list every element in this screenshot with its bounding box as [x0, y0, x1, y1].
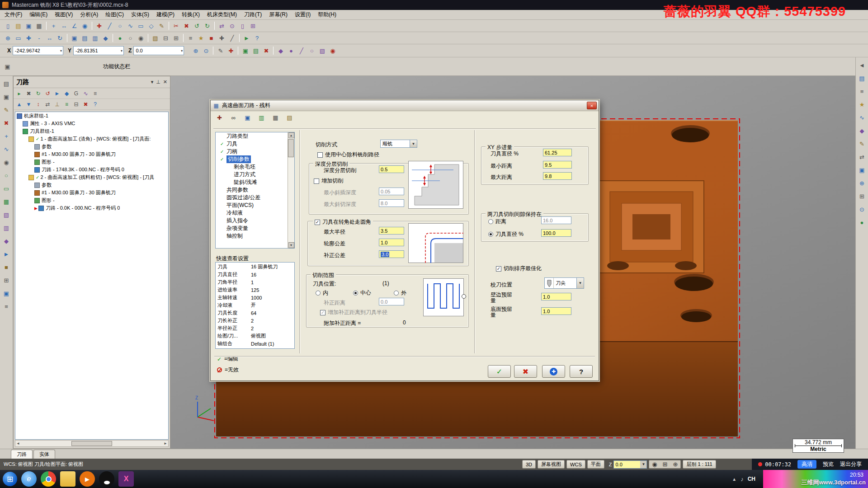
- menu-item-5[interactable]: 实体(S): [127, 9, 153, 20]
- close-panel-icon[interactable]: ✕: [163, 79, 167, 85]
- dialog-close-button[interactable]: ×: [587, 102, 597, 109]
- xform-array-icon[interactable]: ⊞: [248, 21, 258, 31]
- print-icon[interactable]: ▦: [34, 21, 44, 31]
- min-distance-field[interactable]: 9.5: [543, 161, 572, 169]
- tab-solids[interactable]: 实体: [33, 450, 55, 459]
- multiaxis-icon[interactable]: ◆: [1, 236, 11, 246]
- tray-volume-icon[interactable]: ♪: [741, 476, 744, 483]
- tray-expand-icon[interactable]: ▲: [732, 477, 736, 482]
- material-icon[interactable]: ▧: [151, 33, 160, 43]
- settings-icon[interactable]: ≡: [1, 301, 11, 311]
- menu-item-2[interactable]: 视图(V): [51, 9, 76, 20]
- toolpath-tree-item[interactable]: 图形 -: [15, 158, 168, 166]
- quick-mask-point-icon[interactable]: ●: [286, 46, 296, 56]
- scroll-thumb[interactable]: [288, 139, 294, 157]
- scroll-down-icon[interactable]: ▼: [288, 242, 294, 248]
- dialog-tree-item[interactable]: 轴控制: [216, 232, 294, 240]
- save-parameters-icon[interactable]: ▣: [243, 113, 252, 122]
- status-screen-view-button[interactable]: 屏幕视图: [538, 460, 565, 469]
- x-coord-input[interactable]: -242.96742▾: [13, 46, 63, 55]
- wireframe-icon[interactable]: ○: [126, 33, 135, 43]
- machine-sim-icon[interactable]: ►: [1, 249, 11, 259]
- create-circle-icon[interactable]: ○: [115, 21, 125, 31]
- dialog-tree-item[interactable]: ✓刀柄: [216, 148, 294, 155]
- fit-toggle-icon[interactable]: ⊕: [670, 460, 680, 469]
- z-depth-field[interactable]: 0.0▼: [613, 460, 647, 469]
- delete-operation-icon[interactable]: ✖: [81, 100, 90, 108]
- toggle-display-icon[interactable]: ≡: [62, 100, 71, 108]
- quick-mask-solid-icon[interactable]: ◉: [328, 46, 337, 56]
- status-3d-toggle[interactable]: 3D: [522, 460, 536, 469]
- help-icon[interactable]: ?: [252, 33, 262, 43]
- zoom-fit-icon[interactable]: ⊕: [3, 33, 13, 43]
- create-point-icon[interactable]: ✚: [94, 21, 104, 31]
- gnomon-toggle-icon[interactable]: ⊞: [660, 460, 670, 469]
- add-cut-checkbox[interactable]: 增加切削: [314, 177, 343, 185]
- collapse-panel-icon[interactable]: ◄: [857, 60, 867, 70]
- toolpath-tree-item[interactable]: #1 - M30.00 圆鼻刀 - 30 圆鼻铣刀: [15, 189, 168, 197]
- rotate-view-icon[interactable]: ↻: [55, 33, 65, 43]
- tip-comp-combo[interactable]: 刀尖 ▼: [544, 277, 584, 289]
- menu-item-11[interactable]: 设置(I): [291, 9, 314, 20]
- tab-toolpaths[interactable]: 刀路: [11, 450, 33, 459]
- horizontal-scrollbar[interactable]: ◄►: [15, 440, 169, 447]
- toolpath-tree-item[interactable]: ✓1 - 曲面高速加工 (清角) - [WCS: 俯视图] - [刀具面:: [15, 135, 168, 143]
- create-spline-icon[interactable]: ∿: [126, 21, 135, 31]
- menu-item-8[interactable]: 机床类型(M): [203, 9, 241, 20]
- run-addin-icon[interactable]: ►: [242, 33, 251, 43]
- chrome-icon[interactable]: [41, 471, 56, 487]
- face-icon[interactable]: ▦: [1, 197, 11, 206]
- drill-icon[interactable]: ◉: [1, 157, 11, 167]
- pin-icon[interactable]: ⊥: [156, 79, 160, 85]
- side-view-icon[interactable]: ▥: [90, 33, 100, 43]
- verify-icon[interactable]: ◆: [62, 89, 71, 98]
- quick-mask-line-icon[interactable]: ╱: [297, 46, 306, 56]
- analyze-angle-icon[interactable]: ∠: [70, 21, 79, 31]
- quick-mask-all-icon[interactable]: ◆: [276, 46, 285, 56]
- toolpath-tree-item[interactable]: 刀路 - 1748.3K - 000.NC - 程序号码 0: [15, 166, 168, 174]
- clipboard-icon[interactable]: ▤: [1, 79, 11, 89]
- depth-field[interactable]: 0.5: [379, 165, 404, 173]
- dialog-page-tree[interactable]: 刀路类型✓刀具✓刀柄✓切削参数剩余毛坯进刀方式陡斜/浅滩共同参数圆弧过滤/公差平…: [215, 132, 295, 249]
- center-path-checkbox[interactable]: 使用中心除料铣削路径: [317, 151, 379, 159]
- exit-share-button[interactable]: 退出分享: [840, 460, 862, 468]
- planes-icon[interactable]: ▤: [285, 113, 294, 122]
- dialog-tree-scrollbar[interactable]: ▲ ▼: [288, 132, 294, 248]
- regen-selected-icon[interactable]: ↻: [34, 89, 42, 98]
- curve-icon[interactable]: ∿: [1, 144, 11, 154]
- gap-pct-radio[interactable]: 刀具直径 %: [488, 230, 524, 238]
- snap-icon[interactable]: ⊙: [857, 204, 867, 214]
- redo-icon[interactable]: ↻: [203, 21, 212, 31]
- note-icon[interactable]: ✎: [1, 105, 11, 115]
- qq-icon[interactable]: [99, 471, 114, 487]
- profile-tolerance-field[interactable]: 1.0: [379, 239, 404, 246]
- autocursor-icon[interactable]: ⊕: [191, 46, 200, 56]
- xform-mirror-icon[interactable]: ▯: [238, 21, 247, 31]
- xform-rotate-icon[interactable]: ⊙: [227, 21, 237, 31]
- file-explorer-icon[interactable]: [60, 471, 75, 487]
- wcs-icon[interactable]: ⊞: [1, 275, 11, 285]
- highfeed-icon[interactable]: ∿: [81, 89, 90, 98]
- unselect-all-operations-icon[interactable]: ✖: [24, 89, 33, 98]
- scroll-right-icon[interactable]: ►: [164, 441, 167, 446]
- recent-functions-icon[interactable]: ★: [857, 99, 867, 109]
- cut-method-combo[interactable]: 顺铣▼: [380, 140, 417, 148]
- xform-translate-icon[interactable]: ⇄: [217, 21, 226, 31]
- toggle-post-icon[interactable]: ⊟: [72, 100, 80, 108]
- tool-pos-center-radio[interactable]: 中心: [353, 289, 371, 297]
- help-button[interactable]: ?: [570, 365, 593, 378]
- lock-operation-icon[interactable]: ⊥: [53, 100, 61, 108]
- analyze-distance-icon[interactable]: ↔: [59, 21, 69, 31]
- zoom-window-icon[interactable]: ▭: [14, 33, 23, 43]
- analyze-position-icon[interactable]: +: [49, 21, 58, 31]
- preview-button[interactable]: 预览: [823, 460, 834, 468]
- create-line-icon[interactable]: ╱: [105, 21, 114, 31]
- post-icon[interactable]: G: [72, 89, 80, 98]
- ime-indicator[interactable]: CH: [748, 476, 755, 482]
- surface-finish-icon[interactable]: ▥: [1, 223, 11, 233]
- shaded-icon[interactable]: ●: [115, 33, 125, 43]
- status-plane-button[interactable]: 平面: [587, 460, 604, 469]
- scroll-thumb[interactable]: [71, 441, 112, 446]
- floor-stock-field[interactable]: 1.0: [541, 307, 571, 315]
- toolpath-tree-item[interactable]: #1 - M30.00 圆鼻刀 - 30 圆鼻铣刀: [15, 150, 168, 158]
